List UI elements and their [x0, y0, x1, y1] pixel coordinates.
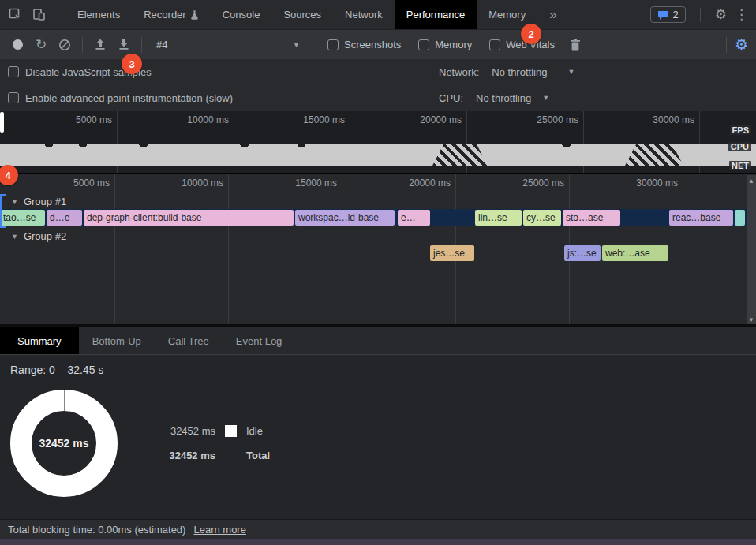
flame-chart-scrollbar[interactable]: ▲ ▼ — [747, 175, 756, 326]
tab-console[interactable]: Console — [211, 0, 272, 29]
flame-event[interactable]: e… — [398, 210, 430, 226]
experiment-flask-icon — [190, 10, 199, 20]
device-toolbar-icon[interactable] — [30, 6, 47, 24]
divider — [726, 37, 727, 53]
divider — [141, 37, 142, 53]
js-samples-option-row: Disable JavaScript samples Network: No t… — [0, 59, 756, 84]
more-tabs-icon: » — [549, 7, 556, 23]
advanced-paint-checkbox[interactable] — [8, 92, 19, 103]
web-vitals-toggle[interactable]: Web Vitals — [489, 39, 555, 50]
overview-tick: 30000 ms — [628, 114, 694, 125]
overview-left-resize-handle[interactable] — [0, 112, 4, 133]
idle-label: Idle — [246, 425, 263, 437]
flame-event[interactable]: web:…ase — [602, 245, 668, 261]
tab-bottom-up[interactable]: Bottom-Up — [79, 327, 155, 354]
memory-checkbox[interactable] — [418, 39, 429, 50]
flame-event[interactable]: d…e — [47, 210, 82, 226]
divider — [54, 8, 54, 22]
flame-event[interactable]: jes…se — [430, 245, 474, 261]
group1-header[interactable]: ▼ Group #1 — [11, 196, 66, 207]
tab-bar-right-controls: 2 ⚙ ⋮ — [650, 6, 756, 23]
flame-event[interactable]: cy…se — [523, 210, 561, 226]
scroll-up-icon[interactable]: ▲ — [748, 175, 754, 187]
footer-status-bar: Total blocking time: 0.00ms (estimated) … — [0, 519, 756, 539]
flame-event[interactable]: js:…se — [564, 245, 601, 261]
scroll-down-icon[interactable]: ▼ — [748, 314, 754, 326]
flame-event[interactable]: workspac…ld-base — [295, 210, 395, 226]
network-label: Network: — [439, 66, 479, 78]
ruler-tick: 30000 ms — [612, 177, 678, 189]
disable-js-samples-checkbox[interactable] — [8, 66, 19, 77]
flame-event[interactable]: dep-graph-client:build-base — [84, 210, 294, 226]
tab-recorder[interactable]: Recorder — [132, 0, 210, 29]
chevron-down-icon[interactable]: ▼ — [542, 94, 549, 102]
summary-pane: Range: 0 – 32.45 s 32452 ms 32452 ms Idl… — [0, 356, 756, 519]
group1-selection-bracket — [0, 194, 6, 228]
capture-settings-gear-icon[interactable]: ⚙ — [735, 35, 748, 54]
divider — [313, 37, 313, 53]
devtools-tab-bar: Elements Recorder Console Sources Networ… — [0, 0, 756, 30]
total-blocking-time-text: Total blocking time: 0.00ms (estimated) — [8, 524, 185, 536]
memory-label: Memory — [435, 39, 472, 50]
cpu-track-label: CPU — [728, 142, 751, 151]
group1-track: tao…se d…e dep-graph-client:build-base w… — [0, 209, 747, 226]
time-breakdown-donut — [10, 390, 118, 497]
history-selector[interactable]: #4 ▼ — [150, 35, 305, 54]
save-profile-button[interactable] — [114, 35, 133, 54]
tab-elements[interactable]: Elements — [65, 0, 132, 29]
cpu-hatched-region — [432, 144, 488, 166]
cpu-throttling-control: CPU: No throttling ▼ — [439, 92, 549, 104]
divider — [82, 37, 83, 53]
group2-track: jes…se js:…se web:…ase — [0, 245, 747, 262]
cpu-activity-band[interactable] — [0, 144, 756, 166]
screenshots-checkbox[interactable] — [327, 39, 339, 50]
reload-and-record-button[interactable]: ↻ — [32, 35, 51, 54]
flame-event[interactable] — [735, 210, 745, 226]
ruler-tick: 5000 ms — [43, 177, 110, 189]
cpu-hatched-region — [625, 144, 683, 166]
issues-bubble-icon — [657, 10, 668, 20]
idle-time-value: 32452 ms — [126, 425, 215, 437]
tab-summary[interactable]: Summary — [0, 327, 79, 354]
group2-header[interactable]: ▼ Group #2 — [11, 230, 66, 242]
record-icon — [13, 39, 23, 50]
tab-sources[interactable]: Sources — [271, 0, 333, 29]
group1-label: Group #1 — [24, 196, 66, 207]
timeline-overview[interactable]: 5000 ms 10000 ms 15000 ms 20000 ms 25000… — [0, 111, 756, 174]
details-tab-bar: Summary Bottom-Up Call Tree Event Log — [0, 326, 756, 355]
flame-chart[interactable]: 5000 ms 10000 ms 15000 ms 20000 ms 25000… — [0, 174, 756, 326]
tab-network[interactable]: Network — [333, 0, 395, 29]
tab-event-log[interactable]: Event Log — [223, 327, 296, 354]
web-vitals-checkbox[interactable] — [489, 39, 500, 50]
tab-call-tree[interactable]: Call Tree — [155, 327, 223, 354]
record-button[interactable] — [8, 35, 27, 54]
chevron-down-icon[interactable]: ▼ — [567, 68, 574, 76]
total-time-value: 32452 ms — [126, 450, 215, 461]
garbage-collect-button[interactable] — [566, 35, 585, 54]
load-profile-button[interactable] — [91, 35, 110, 54]
panel-tabs: Elements Recorder Console Sources Networ… — [65, 0, 569, 29]
flame-event[interactable]: sto…ase — [563, 210, 620, 226]
flame-event[interactable]: tao…se — [0, 210, 45, 226]
flame-event[interactable]: lin…se — [475, 210, 522, 226]
clear-icon — [58, 39, 71, 51]
ruler-tick: 15000 ms — [271, 177, 337, 189]
flame-event[interactable]: reac…base — [669, 210, 733, 226]
network-throttling-select[interactable]: No throttling — [492, 66, 547, 78]
overview-tick: 15000 ms — [279, 114, 345, 125]
more-tabs-button[interactable]: » — [537, 0, 568, 29]
inspect-element-icon[interactable] — [6, 6, 24, 24]
range-text: Range: 0 – 32.45 s — [10, 364, 103, 376]
issues-counter[interactable]: 2 — [650, 6, 686, 23]
disclosure-triangle-icon: ▼ — [11, 233, 18, 241]
settings-gear-icon[interactable]: ⚙ — [715, 6, 727, 23]
tab-performance[interactable]: Performance — [395, 0, 477, 29]
screenshots-toggle[interactable]: Screenshots — [327, 39, 401, 50]
desktop-background-strip — [0, 539, 756, 545]
clear-button[interactable] — [55, 35, 74, 54]
cpu-label: CPU: — [439, 92, 463, 104]
learn-more-link[interactable]: Learn more — [193, 524, 245, 536]
overflow-menu-icon[interactable]: ⋮ — [735, 6, 748, 23]
cpu-throttling-select[interactable]: No throttling — [476, 92, 531, 104]
memory-toggle[interactable]: Memory — [418, 39, 472, 50]
